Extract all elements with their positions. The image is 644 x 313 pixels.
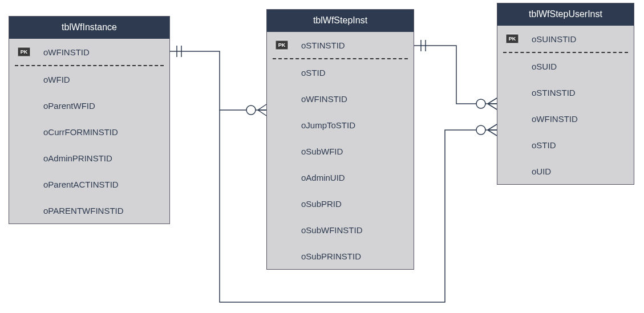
relation-wfstepinst-to-wfstepuserinst — [414, 40, 497, 109]
column-row: oSTID — [497, 132, 634, 158]
entity-title: tblWfStepInst — [267, 10, 414, 32]
column-row: oUID — [497, 158, 634, 184]
column-row: oSUINSTID — [497, 26, 634, 52]
entity-tblwfstepinst: tblWfStepInst oSTINSTID oSTID oWFINSTID … — [266, 9, 414, 270]
column-row: oParentACTINSTID — [9, 171, 169, 197]
column-name: oSUINSTID — [532, 34, 576, 44]
relation-wfinstance-to-wfstepinst — [170, 46, 266, 116]
entity-title: tblWfStepUserInst — [497, 3, 634, 26]
entity-body: oSUINSTID oSUID oSTINSTID oWFINSTID oSTI… — [497, 26, 634, 184]
column-row: oSTID — [267, 59, 414, 86]
column-name: oUID — [532, 166, 551, 176]
entity-body: oSTINSTID oSTID oWFINSTID oJumpToSTID oS… — [267, 32, 414, 269]
svg-line-5 — [258, 110, 266, 116]
column-row: oPARENTWFINSTID — [9, 197, 169, 223]
column-row: oSTINSTID — [497, 79, 634, 105]
svg-line-11 — [488, 104, 497, 109]
column-row: oWFINSTID — [267, 86, 414, 112]
svg-point-2 — [246, 105, 256, 115]
column-row: oSUID — [497, 53, 634, 79]
column-name: oSubPRID — [301, 199, 342, 209]
column-row: oWFID — [9, 66, 169, 92]
column-name: oSubWFINSTID — [301, 225, 363, 235]
column-name: oAdminPRINSTID — [43, 153, 112, 163]
pk-icon — [17, 47, 31, 57]
entity-tblwfstepuserinst: tblWfStepUserInst oSUINSTID oSUID oSTINS… — [497, 3, 634, 185]
column-row: oAdminPRINSTID — [9, 145, 169, 171]
column-name: oWFINSTID — [532, 114, 578, 124]
pk-icon — [505, 34, 519, 44]
column-row: oSubWFID — [267, 138, 414, 164]
entity-title: tblWfInstance — [9, 17, 169, 39]
column-row: oSubWFINSTID — [267, 217, 414, 243]
column-name: oAdminUID — [301, 173, 345, 182]
column-name: oParentWFID — [43, 101, 95, 111]
svg-line-9 — [488, 98, 497, 104]
column-name: oSUID — [532, 62, 557, 71]
column-row: oJumpToSTID — [267, 112, 414, 138]
column-name: oWFID — [43, 75, 70, 84]
column-name: oJumpToSTID — [301, 120, 355, 130]
column-row: oWFINSTID — [9, 39, 169, 65]
column-row: oAdminUID — [267, 164, 414, 190]
column-row: oSTINSTID — [267, 32, 414, 58]
entity-tblwfinstance: tblWfInstance oWFINSTID oWFID oParentWFI… — [9, 16, 170, 224]
column-name: oPARENTWFINSTID — [43, 206, 124, 216]
column-name: oParentACTINSTID — [43, 180, 119, 189]
column-row: oSubPRINSTID — [267, 243, 414, 269]
svg-point-8 — [476, 99, 485, 108]
svg-line-15 — [488, 130, 497, 136]
column-row: oParentWFID — [9, 92, 169, 119]
column-row: oWFINSTID — [497, 105, 634, 132]
column-name: oSTID — [532, 140, 556, 150]
pk-icon — [275, 40, 289, 50]
column-name: oSTID — [301, 68, 326, 78]
column-name: oCurrFORMINSTID — [43, 127, 118, 137]
column-name: oSTINSTID — [532, 88, 576, 97]
column-row: oCurrFORMINSTID — [9, 119, 169, 145]
column-name: oWFINSTID — [43, 47, 90, 57]
column-name: oSubPRINSTID — [301, 251, 361, 261]
column-name: oSubWFID — [301, 147, 343, 156]
column-name: oWFINSTID — [301, 94, 347, 104]
svg-point-12 — [476, 125, 485, 135]
column-name: oSTINSTID — [301, 40, 345, 50]
svg-line-3 — [258, 104, 266, 110]
column-row: oSubPRID — [267, 190, 414, 217]
entity-body: oWFINSTID oWFID oParentWFID oCurrFORMINS… — [9, 39, 169, 223]
svg-line-13 — [488, 124, 497, 130]
